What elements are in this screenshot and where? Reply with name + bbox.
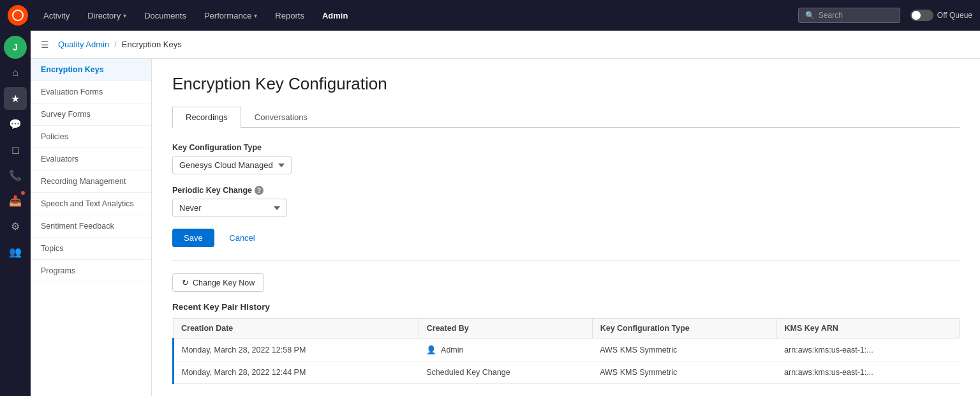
toggle-label: Off Queue (937, 11, 972, 20)
left-sidebar: J ⌂ ★ 💬 ◻ 📞 📥 ⚙ 👥 (0, 31, 31, 396)
cell-created-by: 👤 Admin (419, 339, 592, 362)
table-row: Monday, March 28, 2022 12:58 PM 👤 Admin … (174, 339, 960, 362)
save-button[interactable]: Save (172, 229, 214, 247)
cancel-button[interactable]: Cancel (221, 229, 262, 247)
chevron-down-icon: ▾ (254, 12, 257, 19)
search-icon: 🔍 (805, 11, 815, 20)
person-icon: 👤 (426, 346, 436, 354)
sidebar-icon-star[interactable]: ★ (4, 87, 27, 110)
col-creation-date: Creation Date (174, 319, 419, 339)
divider (172, 260, 960, 261)
periodic-key-label: Periodic Key Change ? (172, 186, 960, 195)
tab-recordings[interactable]: Recordings (172, 107, 241, 128)
cell-creation-date: Monday, March 28, 2022 12:58 PM (174, 339, 419, 362)
key-config-type-group: Key Configuration Type Genesys Cloud Man… (172, 143, 960, 174)
menu-icon[interactable]: ☰ (41, 40, 49, 50)
periodic-key-select[interactable]: Never Daily Weekly Monthly (172, 199, 287, 217)
nav-item-performance[interactable]: Performance ▾ (197, 7, 265, 24)
app-logo (8, 5, 28, 26)
nav-item-documents[interactable]: Documents (137, 7, 194, 24)
sidebar-icon-home[interactable]: ⌂ (4, 61, 27, 84)
breadcrumb-current: Encryption Keys (122, 40, 182, 49)
key-config-type-select[interactable]: Genesys Cloud Managed Customer Managed A… (172, 156, 292, 174)
help-icon[interactable]: ? (255, 186, 264, 195)
page-title: Encryption Key Configuration (172, 74, 960, 94)
breadcrumb-bar: ☰ Quality Admin / Encryption Keys (31, 31, 980, 59)
col-key-config-type: Key Configuration Type (592, 319, 776, 339)
sidebar-item-encryption-keys[interactable]: Encryption Keys (31, 59, 151, 81)
chevron-down-icon: ▾ (123, 12, 126, 19)
col-kms-key-arn: KMS Key ARN (776, 319, 959, 339)
sidebar-icon-inbox[interactable]: 📥 (4, 189, 27, 212)
sidebar-icon-video[interactable]: ◻ (4, 138, 27, 161)
top-nav: Activity Directory ▾ Documents Performan… (0, 0, 980, 31)
nav-item-directory[interactable]: Directory ▾ (80, 7, 134, 24)
toggle-switch[interactable] (910, 10, 933, 21)
cell-kms-key-arn: arn:aws:kms:us-east-1:... (776, 362, 959, 384)
cell-created-by: Scheduled Key Change (419, 362, 592, 384)
search-input[interactable] (819, 11, 893, 20)
sidebar-icon-phone[interactable]: 📞 (4, 164, 27, 187)
notification-badge (20, 190, 26, 195)
key-config-type-label: Key Configuration Type (172, 143, 960, 152)
qa-sidebar: Encryption Keys Evaluation Forms Survey … (31, 59, 152, 396)
sidebar-icon-users[interactable]: 👥 (4, 240, 27, 263)
global-search[interactable]: 🔍 (798, 8, 900, 23)
periodic-key-group: Periodic Key Change ? Never Daily Weekly… (172, 186, 960, 217)
tabs: Recordings Conversations (172, 107, 960, 128)
cell-kms-key-arn: arn:aws:kms:us-east-1:... (776, 339, 959, 362)
user-avatar[interactable]: J (4, 36, 27, 59)
tab-conversations[interactable]: Conversations (241, 107, 321, 128)
breadcrumb-parent[interactable]: Quality Admin (58, 40, 109, 49)
sidebar-item-sentiment-feedback[interactable]: Sentiment Feedback (31, 215, 151, 238)
refresh-icon: ↻ (182, 278, 189, 287)
breadcrumb-separator: / (114, 40, 117, 49)
queue-toggle[interactable]: Off Queue (910, 10, 972, 21)
change-key-now-button[interactable]: ↻ Change Key Now (172, 273, 264, 292)
cell-key-config-type: AWS KMS Symmetric (592, 339, 776, 362)
history-table: Creation Date Created By Key Configurati… (172, 318, 960, 384)
sidebar-icon-chat[interactable]: 💬 (4, 112, 27, 135)
sidebar-item-evaluation-forms[interactable]: Evaluation Forms (31, 81, 151, 103)
nav-item-activity[interactable]: Activity (36, 7, 77, 24)
logo-ring (12, 10, 24, 21)
sidebar-item-evaluators[interactable]: Evaluators (31, 148, 151, 171)
nav-item-admin[interactable]: Admin (315, 7, 355, 24)
toggle-knob (912, 11, 921, 20)
table-row: Monday, March 28, 2022 12:44 PM Schedule… (174, 362, 960, 384)
form-actions: Save Cancel (172, 229, 960, 247)
sidebar-item-survey-forms[interactable]: Survey Forms (31, 103, 151, 126)
sidebar-item-policies[interactable]: Policies (31, 126, 151, 148)
sidebar-item-topics[interactable]: Topics (31, 238, 151, 260)
sidebar-item-programs[interactable]: Programs (31, 260, 151, 282)
nav-item-reports[interactable]: Reports (267, 7, 312, 24)
sidebar-icon-settings[interactable]: ⚙ (4, 215, 27, 238)
history-section-title: Recent Key Pair History (172, 302, 960, 312)
main-content: Encryption Key Configuration Recordings … (152, 59, 980, 396)
cell-creation-date: Monday, March 28, 2022 12:44 PM (174, 362, 419, 384)
col-created-by: Created By (419, 319, 592, 339)
sidebar-item-recording-management[interactable]: Recording Management (31, 171, 151, 193)
main-layout: Encryption Keys Evaluation Forms Survey … (31, 59, 980, 396)
cell-key-config-type: AWS KMS Symmetric (592, 362, 776, 384)
sidebar-item-speech-text-analytics[interactable]: Speech and Text Analytics (31, 193, 151, 215)
